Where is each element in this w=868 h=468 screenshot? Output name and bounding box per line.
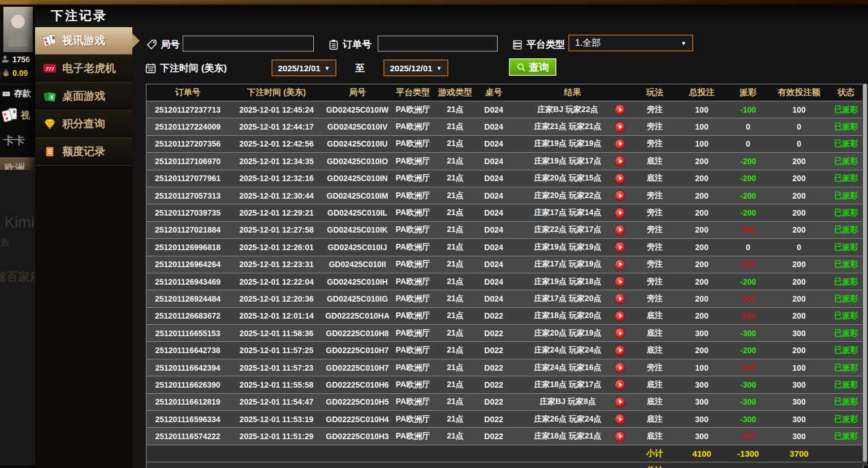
search-button-label: 查询: [529, 61, 549, 74]
table-row: 2512011271069702025-12-01 12:34:35GD0242…: [146, 152, 863, 169]
cell-platform: PA欧洲厅: [391, 222, 435, 238]
nav-electronic-games[interactable]: 777 电子: [2, 274, 35, 286]
avatar[interactable]: [3, 7, 33, 52]
sidebar-item-slots[interactable]: 777 电子老虎机: [35, 55, 132, 83]
replay-play-icon[interactable]: [615, 397, 625, 407]
play-triangle: [619, 227, 623, 232]
sidebar-item-quota-records[interactable]: 额度记录: [35, 138, 132, 166]
replay-play-icon[interactable]: [615, 432, 625, 441]
cell-status: 已派彩: [829, 187, 863, 204]
replay-play-icon[interactable]: [615, 414, 625, 424]
nav-video-games[interactable]: 9K♥ 视: [2, 108, 30, 123]
cell-status: 已派彩: [829, 411, 863, 427]
cell-total-bet: 100: [676, 359, 727, 376]
replay-play-icon[interactable]: [615, 139, 625, 149]
calendar-icon: [145, 62, 157, 74]
date-to-label-text: 至: [355, 62, 365, 75]
subtotal-valid-bet: 3700: [769, 445, 829, 462]
cell-result: 庄家24点 玩家16点: [512, 359, 633, 376]
cell-bet-time: 2025-12-01 11:58:36: [229, 325, 324, 341]
cell-payout: 300: [727, 428, 769, 444]
cell-table-no: D024: [476, 118, 512, 135]
sidebar-item-video-games[interactable]: 9K♥ 视讯游戏: [35, 27, 132, 55]
platform-type-label: 平台类型: [512, 38, 565, 51]
platform-type-select[interactable]: 1.全部 ▼: [568, 35, 693, 51]
cell-platform: PA欧洲厅: [391, 376, 435, 393]
replay-play-icon[interactable]: [615, 277, 625, 286]
cell-play-type: 底注: [633, 170, 676, 187]
cell-payout: 200: [727, 256, 769, 273]
order-no-input[interactable]: [378, 36, 498, 51]
nav-fishing[interactable]: 捕: [2, 303, 29, 317]
diamond-icon: [42, 117, 57, 131]
col-platform: 平台类型: [391, 84, 435, 101]
modal-title-bar: 下注记录: [35, 5, 868, 27]
play-triangle: [619, 434, 623, 439]
cell-valid-bet: 200: [769, 256, 829, 273]
nav-sedie[interactable]: 色: [6, 192, 16, 207]
clownfish-icon: [2, 303, 18, 317]
table-row: 2512011166427382025-12-01 11:57:25GD0222…: [146, 341, 863, 358]
replay-play-icon[interactable]: [615, 105, 625, 114]
replay-play-icon[interactable]: [615, 208, 625, 218]
nav-jingmi[interactable]: 竞: [6, 220, 16, 234]
replay-play-icon[interactable]: [615, 328, 625, 338]
replay-play-icon[interactable]: [615, 363, 625, 372]
result-text: 庄家17点 玩家14点: [520, 208, 615, 218]
cell-platform: PA欧洲厅: [391, 428, 435, 444]
replay-play-icon[interactable]: [615, 156, 625, 166]
nav-duotai[interactable]: 多: [6, 247, 16, 261]
cell-platform: PA欧洲厅: [391, 411, 435, 427]
replay-play-icon[interactable]: [615, 311, 625, 321]
nav-kaka[interactable]: 卡卡: [3, 134, 25, 148]
cell-game-type: 21点: [435, 136, 476, 152]
cell-round-no: GD02425C010IN: [324, 170, 391, 187]
nav-europe-hall[interactable]: 欧洲: [0, 157, 35, 179]
deposit-button[interactable]: $ 存款: [2, 88, 31, 99]
replay-play-icon[interactable]: [615, 242, 625, 252]
replay-play-icon[interactable]: [615, 260, 625, 269]
cell-order-no: 251201127077961: [146, 170, 229, 187]
cell-bet-time: 2025-12-01 12:22:04: [229, 273, 324, 290]
date-to-picker[interactable]: 2025/12/01 ▼: [383, 59, 448, 76]
sidebar-item-points-query[interactable]: 积分查询: [35, 110, 132, 138]
scrollbar-thumb[interactable]: [863, 84, 867, 462]
cell-bet-time: 2025-12-01 12:32:16: [229, 170, 324, 187]
cell-result: 庄家21点 玩家21点: [512, 118, 633, 135]
cell-total-bet: 200: [676, 170, 727, 187]
cell-round-no: GD02425C010IH: [324, 273, 391, 290]
cell-table-no: D022: [476, 428, 512, 444]
cell-platform: PA欧洲厅: [391, 170, 435, 187]
cell-table-no: D024: [476, 187, 512, 204]
cell-result: 庄家BJ 玩家22点: [512, 101, 633, 118]
replay-play-icon[interactable]: [615, 225, 625, 235]
replay-play-icon[interactable]: [615, 174, 625, 183]
cell-table-no: D022: [476, 376, 512, 393]
cell-bet-time: 2025-12-01 12:42:56: [229, 136, 324, 152]
round-no-input[interactable]: [183, 36, 314, 51]
cell-order-no: 251201116626390: [146, 376, 229, 393]
cell-game-type: 21点: [435, 239, 476, 255]
scrollbar-track[interactable]: [862, 84, 867, 466]
cell-game-type: 21点: [435, 256, 476, 273]
search-button[interactable]: 查询: [509, 58, 556, 76]
replay-play-icon[interactable]: [615, 380, 625, 389]
cell-platform: PA欧洲厅: [391, 239, 435, 255]
cell-status: 已派彩: [829, 273, 863, 290]
result-text: 庄家18点 玩家20点: [520, 311, 615, 321]
replay-play-icon[interactable]: [615, 346, 625, 355]
banknote-icon: $: [2, 89, 12, 99]
cell-result: 庄家19点 玩家17点: [512, 153, 633, 169]
cell-round-no: GD02425C010IG: [324, 290, 391, 307]
subtotal-row: 小计 4100 -1300 3700: [146, 445, 863, 462]
cell-result: 庄家17点 玩家19点: [512, 256, 633, 273]
table-row: 2512011270573132025-12-01 12:30:44GD0242…: [146, 187, 863, 204]
cell-total-bet: 200: [676, 342, 727, 358]
grand-total-spacer: [146, 462, 633, 468]
replay-play-icon[interactable]: [615, 191, 625, 200]
replay-play-icon[interactable]: [615, 294, 625, 303]
cell-valid-bet: 100: [769, 101, 829, 118]
sidebar-item-table-games[interactable]: $ 桌面游戏: [35, 83, 132, 110]
date-from-picker[interactable]: 2025/12/01 ▼: [271, 59, 336, 76]
replay-play-icon[interactable]: [615, 122, 625, 132]
